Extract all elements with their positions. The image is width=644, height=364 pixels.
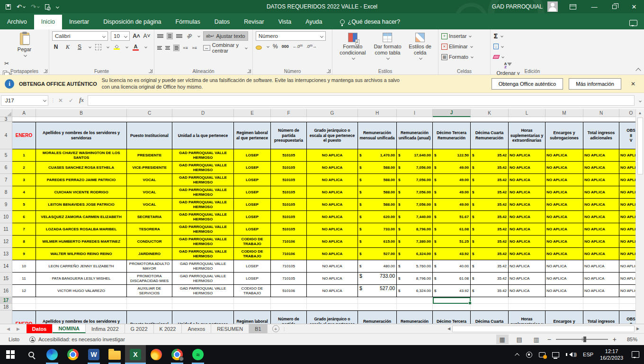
cell-I12[interactable]: $7,380.00 <box>397 236 433 248</box>
taskbar-word[interactable]: W <box>83 345 104 364</box>
cell-O9[interactable]: NO APLICA <box>619 199 635 211</box>
cell-B12[interactable]: WILMER HUMBERTO PAREDES MARTINEZ <box>36 236 127 248</box>
sheet-tab-resumen[interactable]: RESUMEN <box>211 324 249 333</box>
cell[interactable] <box>509 297 546 304</box>
cell-F10[interactable]: 510105 <box>271 211 307 223</box>
page-break-view-icon[interactable]: ▥ <box>530 335 543 344</box>
column-header-J[interactable]: J <box>433 109 471 117</box>
table-header-cell-F[interactable]: Número de partida presupuestaria <box>271 310 307 324</box>
font-color-button[interactable]: A <box>132 44 139 51</box>
table-header-cell-G[interactable]: Grado jerárquico o escala al que pertene… <box>307 122 358 149</box>
cell-E5[interactable]: LOSEP <box>234 149 271 162</box>
cell-C10[interactable]: SECRETARIA <box>127 211 172 223</box>
cell-L12[interactable]: NO APLICA <box>509 236 546 248</box>
cell[interactable] <box>234 304 271 310</box>
cell-A10[interactable]: 6 <box>12 211 36 223</box>
cell-A6[interactable]: 2 <box>12 162 36 174</box>
cell-L16[interactable]: NO APLICA <box>509 285 546 297</box>
cell[interactable] <box>127 297 172 304</box>
cell-E12[interactable]: CODIGO DE TRABAJO <box>234 236 271 248</box>
row-header-12[interactable]: 12 <box>0 236 12 248</box>
select-all-button[interactable] <box>0 109 12 117</box>
cell-K7[interactable]: $35.42 <box>471 174 509 186</box>
row-header-14[interactable]: 14 <box>0 260 12 273</box>
table-header-cell-K[interactable]: Décima Cuarta Remuneración <box>471 310 509 324</box>
cell-J12[interactable]: $51.25 <box>433 236 471 248</box>
cell-E15[interactable]: LOSEP <box>234 273 271 285</box>
cell-C14[interactable]: PROMOTORA ADULTO MAYOR <box>127 260 172 273</box>
cell-K15[interactable]: $35.42 <box>471 273 509 285</box>
table-header-cell-N[interactable]: Total ingresos adicionales <box>583 122 619 149</box>
cell-K9[interactable]: $35.42 <box>471 199 509 211</box>
save-icon[interactable] <box>6 4 11 9</box>
screen-cast-icon[interactable] <box>526 352 532 358</box>
taskbar-spotify[interactable]: ≈ <box>188 345 208 364</box>
row-header-17[interactable]: 17 <box>0 297 12 304</box>
cell-E13[interactable]: CODIGO DE TRABAJO <box>234 248 271 260</box>
cell-O7[interactable]: NO APLICA <box>619 174 635 186</box>
cell-G11[interactable]: NO APLICA <box>307 223 358 236</box>
cell[interactable] <box>12 297 36 304</box>
get-office-button[interactable]: Obtenga Office auténtico <box>492 78 564 90</box>
cell-N14[interactable]: NO APLICA <box>583 260 619 273</box>
cell-K8[interactable]: $35.42 <box>471 186 509 199</box>
cell-N8[interactable]: NO APLICA <box>583 186 619 199</box>
cell-K10[interactable]: $35.42 <box>471 211 509 223</box>
cell-C7[interactable]: VOCAL <box>127 174 172 186</box>
font-dialog-launcher[interactable] <box>149 69 152 73</box>
cell-J16[interactable]: $43.92 <box>433 285 471 297</box>
tell-me-search[interactable]: ¿Qué desea hacer? <box>340 18 401 29</box>
cell-G12[interactable]: NO APLICA <box>307 236 358 248</box>
cell-A12[interactable]: 8 <box>12 236 36 248</box>
cell-L10[interactable]: NO APLICA <box>509 211 546 223</box>
zoom-level[interactable]: 85% <box>621 337 637 342</box>
cell-F15[interactable]: 710105 <box>271 273 307 285</box>
new-sheet-button[interactable]: + <box>272 325 279 332</box>
table-header-cell-H[interactable]: Remuneración mensual unificada <box>358 310 397 324</box>
table-header-cell-C[interactable]: Puesto Institucional <box>127 122 172 149</box>
cell-N15[interactable]: NO APLICA <box>583 273 619 285</box>
cell-O6[interactable]: NO APLICA <box>619 162 635 174</box>
row-header-7[interactable]: 7 <box>0 174 12 186</box>
sheet-tab-k-2022[interactable]: K 2022 <box>154 324 182 333</box>
cell[interactable] <box>358 297 397 304</box>
tab-disposición-de-página[interactable]: Disposición de página <box>96 15 168 29</box>
cell-G15[interactable]: NO APLICA <box>307 273 358 285</box>
cell-O13[interactable]: NO APLICA <box>619 248 635 260</box>
taskbar-chrome[interactable] <box>63 345 83 364</box>
clear-button[interactable] <box>493 53 571 61</box>
cell-G16[interactable]: NO APLICA <box>307 285 358 297</box>
cell-B8[interactable]: CUICHAN VICENTE RODRIGO <box>36 186 127 199</box>
vertical-scrollbar[interactable]: ▲ <box>635 109 644 324</box>
start-button[interactable] <box>0 345 21 364</box>
table-header-cell-L[interactable]: Horas suplementarias y extraordinarias <box>509 310 546 324</box>
table-header-cell-J[interactable]: Décimo Tercera Remuneración <box>433 310 471 324</box>
orientation-button[interactable]: ab <box>184 31 195 42</box>
cell-K11[interactable]: $35.42 <box>471 223 509 236</box>
cell-G10[interactable]: NO APLICA <box>307 211 358 223</box>
column-header-D[interactable]: D <box>172 109 234 117</box>
ribbon-display-options-icon[interactable] <box>564 0 584 13</box>
cell-E8[interactable]: LOSEP <box>234 186 271 199</box>
cell-F9[interactable]: 510105 <box>271 199 307 211</box>
cell-L9[interactable]: NO APLICA <box>509 199 546 211</box>
cell[interactable] <box>271 117 307 122</box>
cell-D7[interactable]: GAD PARROQUIAL VALLE HERMOSO <box>172 174 234 186</box>
cell-styles-button[interactable]: Estilos de celda <box>405 31 435 61</box>
insert-function-icon[interactable]: fx <box>79 97 84 104</box>
vertical-scroll-thumb[interactable] <box>637 118 643 174</box>
row-header-8[interactable]: 8 <box>0 186 12 199</box>
cell-M5[interactable]: NO APLICA <box>546 149 583 162</box>
name-box[interactable]: J17 <box>1 95 48 106</box>
volume-icon[interactable]: ))) <box>566 352 576 357</box>
cell-N6[interactable]: NO APLICA <box>583 162 619 174</box>
cell-C9[interactable]: VOCAL <box>127 199 172 211</box>
cell-B13[interactable]: WALTER WILFRIDO REINO REINO <box>36 248 127 260</box>
cell-J8[interactable]: $49.00 <box>433 186 471 199</box>
customize-qat-icon[interactable] <box>55 6 59 8</box>
row-header-6[interactable]: 6 <box>0 162 12 174</box>
cell[interactable] <box>397 297 433 304</box>
enter-formula-icon[interactable]: ✓ <box>69 97 73 104</box>
increase-indent-button[interactable]: »≡ <box>192 44 197 52</box>
cell-I10[interactable]: $7,440.00 <box>397 211 433 223</box>
